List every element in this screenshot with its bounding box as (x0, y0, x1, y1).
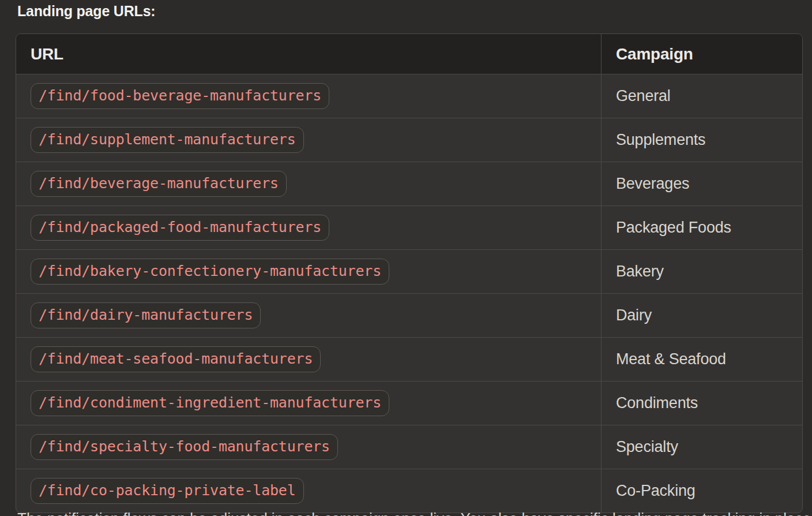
url-cell: /find/co-packing-private-label (16, 469, 602, 513)
url-code-badge: /find/bakery-confectionery-manufacturers (31, 259, 389, 285)
table: URL Campaign /find/food-beverage-manufac… (16, 34, 802, 513)
table-row: /find/dairy-manufacturers Dairy (16, 294, 802, 338)
table-row: /find/condiment-ingredient-manufacturers… (16, 382, 802, 425)
url-code-badge: /find/meat-seafood-manufacturers (31, 346, 321, 372)
url-code-badge: /find/dairy-manufacturers (31, 302, 261, 328)
campaign-cell: Condiments (602, 382, 803, 425)
table-row: /find/specialty-food-manufacturers Speci… (16, 425, 802, 469)
url-cell: /find/meat-seafood-manufacturers (16, 338, 602, 382)
campaign-cell: Dairy (602, 294, 803, 338)
table-row: /find/meat-seafood-manufacturers Meat & … (16, 338, 802, 382)
table-row: /find/packaged-food-manufacturers Packag… (16, 206, 802, 250)
url-code-badge: /find/supplement-manufacturers (31, 127, 304, 153)
url-cell: /find/packaged-food-manufacturers (16, 206, 602, 250)
url-cell: /find/condiment-ingredient-manufacturers (16, 382, 602, 425)
url-code-badge: /find/specialty-food-manufacturers (31, 434, 338, 460)
url-code-badge: /find/food-beverage-manufacturers (31, 83, 329, 109)
landing-page-urls-table: URL Campaign /find/food-beverage-manufac… (16, 33, 803, 513)
campaign-cell: General (602, 74, 803, 118)
url-cell: /find/beverage-manufacturers (16, 162, 602, 206)
table-row: /find/co-packing-private-label Co-Packin… (16, 469, 802, 513)
table-row: /find/bakery-confectionery-manufacturers… (16, 250, 802, 294)
campaign-cell: Beverages (602, 162, 803, 206)
campaign-cell: Bakery (602, 250, 803, 294)
table-header-row: URL Campaign (16, 34, 802, 74)
campaign-cell: Specialty (602, 425, 803, 469)
table-row: /find/beverage-manufacturers Beverages (16, 162, 802, 206)
table-row: /find/supplement-manufacturers Supplemen… (16, 118, 802, 162)
column-header-url: URL (16, 34, 602, 74)
url-code-badge: /find/co-packing-private-label (31, 478, 304, 504)
table-row: /find/food-beverage-manufacturers Genera… (16, 74, 802, 118)
url-cell: /find/food-beverage-manufacturers (16, 74, 602, 118)
url-cell: /find/specialty-food-manufacturers (16, 425, 602, 469)
column-header-campaign: Campaign (602, 34, 803, 74)
url-cell: /find/dairy-manufacturers (16, 294, 602, 338)
table-header: URL Campaign (16, 34, 802, 74)
table-body: /find/food-beverage-manufacturers Genera… (16, 74, 802, 513)
page-title: Landing page URLs: (17, 3, 155, 20)
url-code-badge: /find/beverage-manufacturers (31, 171, 287, 197)
url-code-badge: /find/condiment-ingredient-manufacturers (31, 390, 389, 416)
url-cell: /find/bakery-confectionery-manufacturers (16, 250, 602, 294)
campaign-cell: Supplements (602, 118, 803, 162)
clipped-paragraph: The notification flows can be adjusted i… (17, 510, 812, 516)
campaign-cell: Co-Packing (602, 469, 803, 513)
campaign-cell: Packaged Foods (602, 206, 803, 250)
campaign-cell: Meat & Seafood (602, 338, 803, 382)
url-cell: /find/supplement-manufacturers (16, 118, 602, 162)
url-code-badge: /find/packaged-food-manufacturers (31, 215, 329, 241)
